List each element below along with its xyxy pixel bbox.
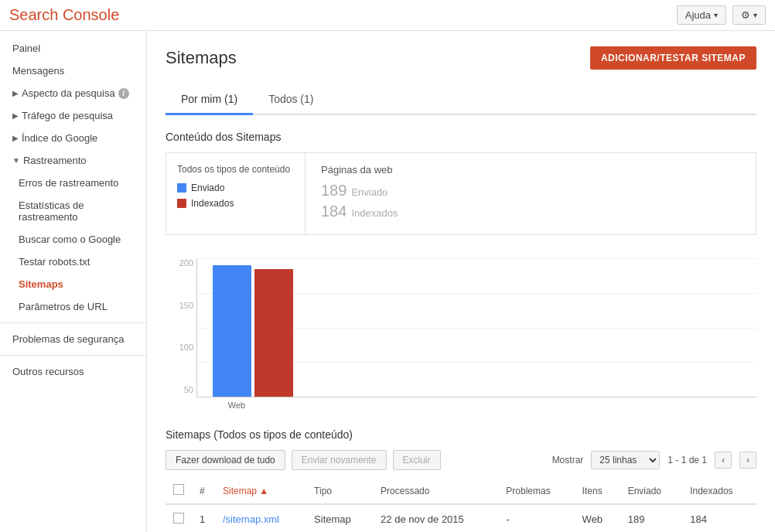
grid-line-top bbox=[197, 258, 756, 259]
gear-icon: ⚙ bbox=[741, 9, 750, 21]
col-indexados: Indexados bbox=[682, 478, 756, 504]
sidebar: Painel Mensagens ▶ Aspecto da pesquisa i… bbox=[0, 31, 147, 532]
legend-dot-enviado bbox=[177, 183, 186, 193]
sidebar-divider bbox=[0, 322, 146, 323]
sidebar-item-rastreamento[interactable]: ▼ Rastreamento bbox=[0, 149, 146, 172]
bar-enviado bbox=[213, 265, 251, 397]
chevron-down-icon: ▾ bbox=[714, 11, 718, 19]
legend-title: Todos os tipos de conteúdo bbox=[177, 164, 294, 175]
stat-number-indexados: 184 bbox=[321, 203, 347, 220]
row-sitemap: /sitemap.xml bbox=[215, 504, 306, 532]
sidebar-item-aspecto[interactable]: ▶ Aspecto da pesquisa i bbox=[0, 82, 146, 104]
add-sitemap-button[interactable]: ADICIONAR/TESTAR SITEMAP bbox=[590, 46, 756, 70]
tab-por-mim[interactable]: Por mim (1) bbox=[166, 85, 253, 115]
pagination-prev[interactable]: ‹ bbox=[715, 452, 732, 469]
header: Search Console Ajuda ▾ ⚙ ▾ bbox=[0, 0, 775, 31]
download-button[interactable]: Fazer download de tudo bbox=[166, 450, 285, 470]
sidebar-item-seguranca[interactable]: Problemas de segurança bbox=[0, 328, 146, 350]
info-icon: i bbox=[118, 88, 129, 99]
show-label: Mostrar bbox=[552, 455, 584, 466]
chart-stats: Páginas da web 189 Enviado 184 Indexados bbox=[306, 153, 756, 234]
help-label: Ajuda bbox=[685, 9, 711, 21]
col-sitemap[interactable]: Sitemap ▲ bbox=[215, 478, 306, 504]
sidebar-item-sitemaps[interactable]: Sitemaps bbox=[0, 273, 146, 295]
main-content: Sitemaps ADICIONAR/TESTAR SITEMAP Por mi… bbox=[147, 31, 775, 532]
sidebar-item-buscar[interactable]: Buscar como o Google bbox=[0, 228, 146, 251]
row-processado: 22 de nov de 2015 bbox=[373, 504, 498, 532]
table-controls-right: Mostrar 25 linhas 50 linhas 100 linhas 1… bbox=[552, 451, 756, 469]
header-actions: Ajuda ▾ ⚙ ▾ bbox=[677, 5, 766, 25]
stat-number-enviado: 189 bbox=[321, 182, 347, 200]
sitemaps-table: # Sitemap ▲ Tipo Processado Problemas It… bbox=[166, 478, 756, 532]
row-check bbox=[166, 504, 192, 532]
row-tipo: Sitemap bbox=[306, 504, 373, 532]
pagination-next[interactable]: › bbox=[739, 452, 756, 469]
row-itens: Web bbox=[575, 504, 620, 532]
table-controls: Fazer download de tudo Enviar novamente … bbox=[166, 450, 756, 470]
y-label-100: 100 bbox=[179, 343, 193, 352]
sitemap-link[interactable]: /sitemap.xml bbox=[223, 513, 279, 525]
expand-icon: ▶ bbox=[12, 134, 19, 142]
col-tipo: Tipo bbox=[306, 478, 373, 504]
sidebar-item-trafego[interactable]: ▶ Tráfego de pesquisa bbox=[0, 104, 146, 127]
legend-item-indexados: Indexados bbox=[177, 198, 294, 209]
sidebar-item-estatisticas[interactable]: Estatísticas de rastreamento bbox=[0, 194, 146, 228]
table-controls-left: Fazer download de tudo Enviar novamente … bbox=[166, 450, 441, 470]
col-problemas: Problemas bbox=[498, 478, 574, 504]
row-problemas: - bbox=[498, 504, 574, 532]
expand-icon: ▼ bbox=[12, 156, 20, 165]
x-label-web: Web bbox=[196, 401, 277, 410]
stat-row-indexados: 184 Indexados bbox=[321, 203, 740, 220]
chart-card: Todos os tipos de conteúdo Enviado Index… bbox=[166, 152, 756, 235]
pagination-info: 1 - 1 de 1 bbox=[667, 455, 707, 466]
legend-dot-indexados bbox=[177, 199, 186, 208]
sidebar-item-outros[interactable]: Outros recursos bbox=[0, 360, 146, 383]
sidebar-item-painel[interactable]: Painel bbox=[0, 37, 146, 60]
stat-label-enviado: Enviado bbox=[351, 186, 388, 198]
table-row: 1 /sitemap.xml Sitemap 22 de nov de 2015… bbox=[166, 504, 756, 532]
y-label-200: 200 bbox=[179, 258, 193, 268]
sidebar-divider-2 bbox=[0, 355, 146, 356]
layout: Painel Mensagens ▶ Aspecto da pesquisa i… bbox=[0, 31, 775, 532]
col-check bbox=[166, 478, 192, 504]
settings-button[interactable]: ⚙ ▾ bbox=[732, 5, 766, 25]
select-all-checkbox[interactable] bbox=[173, 484, 184, 495]
y-label-50: 50 bbox=[184, 385, 193, 394]
bars-group bbox=[213, 265, 293, 397]
page-header: Sitemaps ADICIONAR/TESTAR SITEMAP bbox=[166, 46, 756, 70]
y-label-150: 150 bbox=[179, 301, 193, 310]
per-page-select[interactable]: 25 linhas 50 linhas 100 linhas bbox=[591, 451, 660, 469]
table-section-title: Sitemaps (Todos os tipos de conteúdo) bbox=[166, 428, 756, 441]
chart-legend: Todos os tipos de conteúdo Enviado Index… bbox=[166, 153, 306, 234]
stat-category: Páginas da web bbox=[321, 164, 740, 176]
sidebar-item-mensagens[interactable]: Mensagens bbox=[0, 60, 146, 82]
tabs: Por mim (1) Todos (1) bbox=[166, 85, 756, 115]
sidebar-item-parametros[interactable]: Parâmetros de URL bbox=[0, 295, 146, 318]
chart-section-title: Conteúdo dos Sitemaps bbox=[166, 131, 756, 143]
stat-row-enviado: 189 Enviado bbox=[321, 182, 740, 200]
bar-chart-container: 200 150 100 50 bbox=[166, 251, 756, 410]
row-enviado: 189 bbox=[620, 504, 683, 532]
sidebar-item-erros[interactable]: Erros de rastreamento bbox=[0, 172, 146, 194]
expand-icon: ▶ bbox=[12, 111, 19, 120]
col-itens: Itens bbox=[575, 478, 620, 504]
table-header-row: # Sitemap ▲ Tipo Processado Problemas It… bbox=[166, 478, 756, 504]
row-num: 1 bbox=[192, 504, 215, 532]
app-title: Search Console bbox=[9, 6, 119, 24]
legend-item-enviado: Enviado bbox=[177, 182, 294, 193]
help-button[interactable]: Ajuda ▾ bbox=[677, 5, 726, 25]
col-enviado: Enviado bbox=[620, 478, 683, 504]
row-checkbox[interactable] bbox=[173, 513, 184, 523]
resend-button[interactable]: Enviar novamente bbox=[292, 450, 387, 470]
col-processado: Processado bbox=[373, 478, 498, 504]
chevron-down-icon: ▾ bbox=[753, 11, 757, 19]
expand-icon: ▶ bbox=[12, 89, 19, 97]
sidebar-item-indice[interactable]: ▶ Índice do Google bbox=[0, 127, 146, 149]
sidebar-item-robots[interactable]: Testar robots.txt bbox=[0, 251, 146, 273]
tab-todos[interactable]: Todos (1) bbox=[253, 85, 329, 115]
page-title: Sitemaps bbox=[166, 48, 237, 68]
row-indexados: 184 bbox=[682, 504, 756, 532]
stat-label-indexados: Indexados bbox=[351, 207, 398, 219]
delete-button[interactable]: Excluir bbox=[393, 450, 441, 470]
bar-indexados bbox=[254, 269, 293, 397]
